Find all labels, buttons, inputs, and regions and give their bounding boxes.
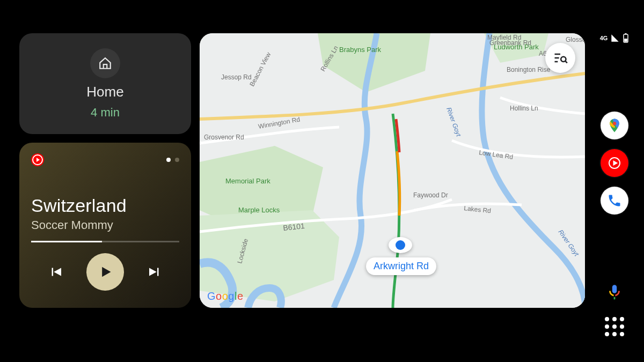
map-search-button[interactable] [545, 43, 575, 73]
current-street-pill[interactable]: Arkwright Rd [366, 257, 436, 275]
pager-dot [166, 158, 171, 162]
svg-rect-4 [625, 39, 628, 42]
rail-phone-button[interactable] [601, 187, 628, 215]
google-maps-icon [606, 117, 623, 134]
play-pause-button[interactable] [86, 253, 124, 291]
right-rail: 4G [596, 33, 633, 341]
map-label-brabyns: Brabyns Park [339, 46, 382, 54]
skip-next-icon [147, 264, 163, 280]
play-icon [98, 264, 113, 279]
rail-maps-button[interactable] [601, 112, 628, 139]
map-label-hollins: Hollins Ln [510, 105, 538, 112]
track-title: Switzerland [31, 195, 179, 216]
network-type-label: 4G [600, 35, 608, 41]
mic-icon [605, 283, 624, 301]
now-playing-card[interactable]: Switzerland Soccer Mommy [19, 143, 191, 308]
svg-rect-3 [625, 33, 627, 34]
playback-controls [31, 253, 179, 291]
app-launcher-button[interactable] [605, 317, 624, 336]
nav-eta-label: 4 min [91, 106, 120, 120]
status-bar: 4G [600, 33, 630, 43]
youtube-music-icon [606, 155, 623, 171]
map-label-faywood: Faywood Dr [413, 191, 448, 199]
map-label-grosvenor: Grosvenor Rd [204, 134, 244, 141]
map-label-jessop: Jessop Rd [221, 73, 252, 81]
youtube-music-icon [31, 153, 44, 166]
next-track-button[interactable] [147, 264, 163, 280]
home-icon [98, 56, 112, 70]
battery-icon [623, 33, 629, 43]
track-artist: Soccer Mommy [31, 218, 179, 232]
playback-progress-fill [31, 241, 102, 242]
android-auto-screen: Home 4 min Switzerland Soccer Mommy [0, 0, 644, 362]
previous-track-button[interactable] [48, 264, 64, 280]
current-street-label: Arkwright Rd [374, 261, 429, 271]
map-label-glosso: Glosso [566, 36, 585, 43]
map-label-bonington: Bonington Rise [507, 66, 551, 73]
nav-destination-label: Home [86, 84, 123, 100]
current-location-marker [389, 237, 412, 253]
phone-icon [607, 193, 622, 208]
rail-youtube-music-button[interactable] [601, 149, 628, 177]
rail-app-buttons [601, 112, 628, 215]
map-label-greenbank: Greenbank Rd [489, 39, 531, 47]
rail-bottom-controls [605, 283, 624, 341]
map-label-memorial: Memorial Park [225, 177, 270, 185]
google-attribution: Google [207, 290, 244, 302]
playback-progress-bar[interactable] [31, 241, 179, 242]
map-label-marple: Marple Locks [238, 206, 280, 214]
home-icon-circle [90, 48, 120, 78]
assistant-button[interactable] [605, 283, 624, 303]
music-card-header [31, 152, 179, 167]
svg-point-1 [561, 57, 566, 62]
skip-previous-icon [48, 264, 64, 280]
card-pager-dots [166, 158, 179, 162]
list-search-icon [553, 50, 568, 65]
map-panel[interactable]: Brabyns Park Memorial Park Marple Locks … [200, 33, 585, 308]
signal-icon [611, 34, 619, 42]
svg-point-5 [613, 122, 617, 125]
navigation-suggestion-card[interactable]: Home 4 min [19, 33, 191, 134]
pager-dot [175, 158, 179, 162]
left-column: Home 4 min Switzerland Soccer Mommy [19, 33, 191, 308]
